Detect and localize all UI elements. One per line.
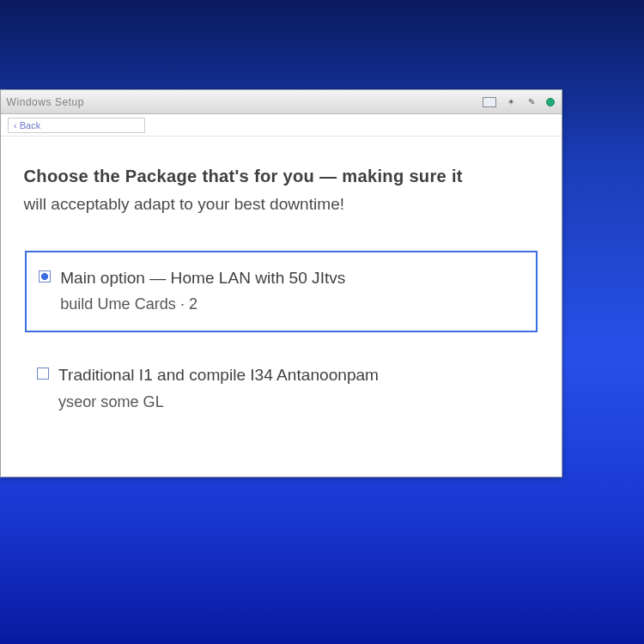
- status-dot-icon: [546, 98, 555, 106]
- page-heading-line2: will acceptably adapt to your best downt…: [24, 192, 539, 216]
- option-2-subtitle: yseor some GL: [58, 391, 379, 413]
- option-1-title: Main option — Home LAN with 50 JItvs: [60, 266, 345, 290]
- option-2-text: Traditional I1 and compile I34 Antanoonp…: [59, 363, 378, 413]
- titlebar-icon-group: ✶ ✎: [483, 97, 555, 107]
- window-state-icon[interactable]: [483, 97, 496, 107]
- option-1[interactable]: Main option — Home LAN with 50 JItvs bui…: [25, 251, 538, 333]
- tool-icon[interactable]: ✎: [526, 97, 538, 107]
- toolbar: ‹ Back: [1, 114, 562, 137]
- feed-icon[interactable]: ✶: [505, 97, 517, 107]
- titlebar[interactable]: Windows Setup ✶ ✎: [1, 90, 562, 114]
- option-2[interactable]: Traditional I1 and compile I34 Antanoonp…: [25, 349, 538, 428]
- breadcrumb-field[interactable]: ‹ Back: [8, 118, 145, 133]
- page-heading-line1: Choose the Package that's for you — maki…: [24, 164, 539, 189]
- option-1-subtitle: build Ume Cards · 2: [60, 293, 345, 315]
- window-title: Windows Setup: [7, 96, 484, 108]
- content-area: Choose the Package that's for you — maki…: [1, 137, 562, 477]
- option-2-title: Traditional I1 and compile I34 Antanoonp…: [58, 363, 379, 387]
- option-1-text: Main option — Home LAN with 50 JItvs bui…: [61, 266, 345, 316]
- dialog-window: Windows Setup ✶ ✎ ‹ Back Choose the Pack…: [0, 89, 562, 477]
- radio-icon[interactable]: [39, 270, 51, 283]
- radio-icon[interactable]: [37, 368, 49, 380]
- breadcrumb-text: ‹ Back: [14, 120, 40, 131]
